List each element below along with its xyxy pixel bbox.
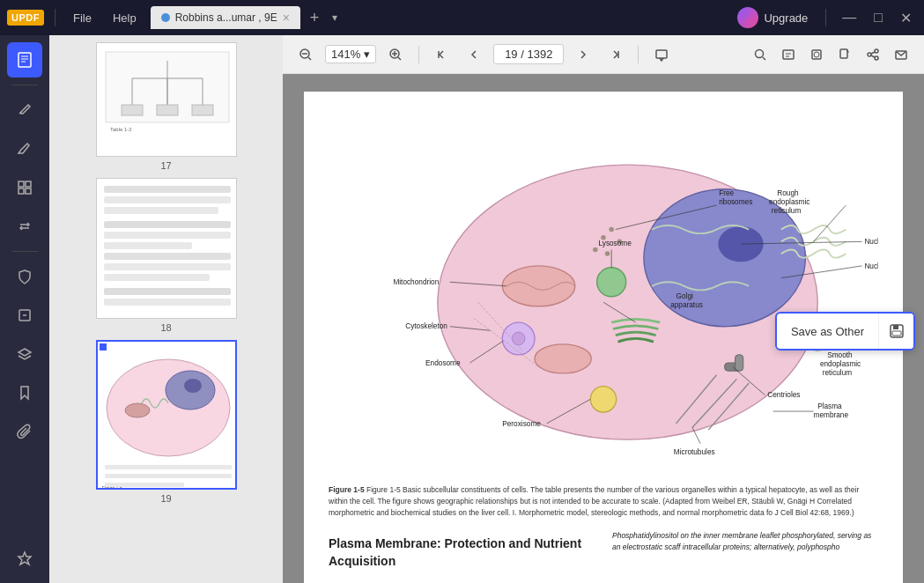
svg-line-66	[871, 52, 875, 54]
sidebar-divider-1	[11, 85, 38, 85]
svg-text:apparatus: apparatus	[670, 301, 703, 309]
thumb-frame-18	[96, 178, 237, 319]
sidebar-item-bookmark[interactable]	[7, 375, 42, 410]
body-italic: Phosphatidylinositol on the inner membra…	[612, 531, 871, 551]
tab-list-chevron[interactable]: ▾	[332, 11, 337, 24]
thumbnail-page-18[interactable]: 18	[56, 178, 276, 333]
maximize-button[interactable]: □	[869, 6, 888, 29]
svg-point-63	[875, 49, 878, 53]
file-export-button[interactable]	[832, 42, 857, 67]
svg-rect-31	[104, 253, 231, 260]
svg-rect-29	[104, 232, 231, 239]
svg-rect-27	[104, 207, 218, 214]
nav-next-button[interactable]	[571, 42, 595, 67]
svg-text:Table 1-2: Table 1-2	[110, 127, 132, 132]
ocr-button[interactable]	[776, 42, 801, 67]
close-button[interactable]: ✕	[895, 6, 917, 30]
svg-point-89	[593, 247, 598, 253]
svg-point-0	[742, 11, 754, 24]
top-divider	[55, 9, 55, 26]
tab-close-icon[interactable]: ×	[283, 11, 290, 25]
top-bar: UPDF File Help Robbins a...umar , 9E × +…	[0, 0, 924, 35]
svg-text:reticulum: reticulum	[772, 207, 802, 215]
svg-rect-34	[104, 288, 231, 295]
svg-rect-5	[18, 181, 24, 187]
sidebar-item-protect[interactable]	[7, 259, 42, 294]
thumb-frame-17: Table 1-2	[96, 42, 237, 157]
svg-text:endoplasmic: endoplasmic	[820, 360, 861, 368]
svg-rect-44	[105, 483, 184, 487]
left-sidebar	[0, 35, 49, 583]
svg-rect-33	[104, 274, 210, 281]
svg-rect-20	[122, 105, 143, 115]
minimize-button[interactable]: —	[837, 6, 861, 29]
sidebar-item-layers[interactable]	[7, 336, 42, 372]
svg-marker-11	[18, 349, 31, 356]
sidebar-item-convert[interactable]	[7, 209, 42, 244]
thumbnail-page-17[interactable]: Table 1-2 17	[56, 42, 276, 171]
svg-text:reticulum: reticulum	[823, 369, 853, 377]
zoom-level-display[interactable]: 141% ▾	[325, 45, 376, 63]
upgrade-label: Upgrade	[764, 11, 808, 25]
svg-text:endoplasmic: endoplasmic	[769, 198, 809, 206]
svg-point-55	[756, 49, 764, 57]
save-other-popup: Save as Other	[775, 312, 915, 351]
thumb-label-18: 18	[160, 322, 171, 333]
sidebar-item-organize[interactable]	[7, 170, 42, 205]
thumbnail-panel: Table 1-2 17	[49, 35, 283, 583]
sidebar-item-star[interactable]	[7, 541, 42, 576]
scan-button[interactable]	[804, 42, 829, 67]
svg-point-75	[597, 268, 626, 297]
file-menu[interactable]: File	[66, 8, 99, 28]
nav-last-button[interactable]	[602, 42, 627, 67]
nav-first-button[interactable]	[430, 42, 455, 67]
svg-rect-26	[104, 196, 231, 203]
nav-prev-button[interactable]	[462, 42, 486, 67]
search-button[interactable]	[748, 42, 772, 67]
svg-text:Microtubules: Microtubules	[674, 448, 715, 456]
svg-text:Free: Free	[719, 189, 734, 197]
svg-text:Centrioles: Centrioles	[767, 391, 800, 399]
svg-rect-62	[840, 49, 847, 58]
save-as-other-button[interactable]: Save as Other	[777, 316, 878, 347]
new-tab-button[interactable]: +	[304, 7, 325, 28]
share-button[interactable]	[861, 42, 885, 67]
svg-rect-32	[104, 263, 231, 270]
zoom-in-button[interactable]	[383, 42, 408, 67]
comment-button[interactable]	[649, 42, 674, 67]
zoom-out-button[interactable]	[293, 42, 318, 67]
svg-point-40	[125, 403, 150, 417]
sidebar-item-read[interactable]	[7, 42, 42, 77]
mail-button[interactable]	[889, 42, 913, 67]
svg-rect-21	[157, 105, 178, 115]
pdf-content[interactable]: Free ribosomes Rough endoplasmic reticul…	[283, 74, 924, 583]
svg-rect-8	[26, 188, 31, 194]
svg-line-94	[814, 205, 846, 241]
help-menu[interactable]: Help	[106, 8, 144, 28]
svg-text:Plasma: Plasma	[817, 402, 842, 410]
svg-point-87	[609, 227, 614, 232]
thumb-label-19: 19	[160, 493, 171, 504]
upgrade-button[interactable]: Upgrade	[730, 4, 815, 32]
svg-rect-35	[104, 299, 231, 306]
sidebar-item-attachment[interactable]	[7, 414, 42, 449]
sidebar-item-annotate[interactable]	[7, 131, 42, 166]
sidebar-item-edit[interactable]	[7, 92, 42, 128]
svg-rect-6	[26, 181, 31, 187]
zoom-value: 141%	[331, 48, 360, 61]
svg-text:membrane: membrane	[814, 411, 849, 419]
svg-point-65	[875, 56, 878, 60]
figure-caption: Figure 1-5 Figure 1-5 Basic subcellular …	[329, 484, 878, 518]
svg-rect-43	[105, 474, 232, 478]
page-number-display[interactable]: 19 / 1392	[493, 44, 564, 64]
svg-text:Endosome: Endosome	[425, 359, 461, 367]
svg-rect-127	[893, 325, 898, 329]
svg-point-77	[512, 332, 525, 345]
sidebar-item-compress[interactable]	[7, 298, 42, 333]
toolbar-sep-1	[418, 46, 419, 63]
save-other-icon-button[interactable]	[878, 314, 913, 349]
svg-line-67	[871, 55, 875, 57]
current-tab[interactable]: Robbins a...umar , 9E ×	[151, 6, 300, 29]
thumbnail-page-19[interactable]: Figure 1-5 19	[56, 340, 276, 504]
cell-diagram: Free ribosomes Rough endoplasmic reticul…	[329, 109, 878, 479]
